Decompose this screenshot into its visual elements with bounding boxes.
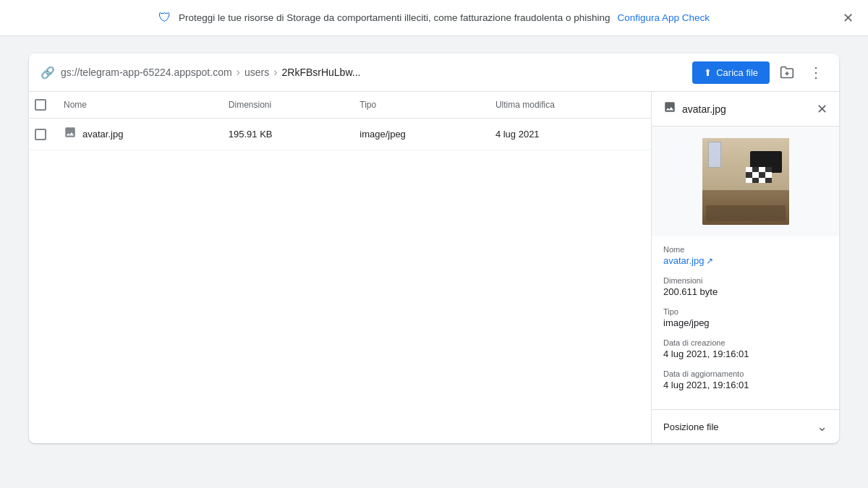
name-header-label: Nome bbox=[64, 100, 87, 110]
detail-created-label: Data di creazione bbox=[663, 338, 827, 347]
row-checkbox[interactable] bbox=[35, 129, 46, 140]
notification-banner: 🛡 Proteggi le tue risorse di Storage da … bbox=[0, 0, 868, 36]
chevron-down-icon: ⌄ bbox=[817, 419, 827, 435]
shield-icon: 🛡 bbox=[158, 10, 171, 25]
detail-panel: avatar.jpg ✕ bbox=[651, 92, 839, 443]
image-file-icon bbox=[64, 126, 77, 142]
detail-type-label: Tipo bbox=[663, 307, 827, 316]
chess-board bbox=[746, 167, 772, 183]
room-window bbox=[708, 142, 721, 168]
row-modified-cell: 4 lug 2021 bbox=[487, 119, 651, 150]
size-header-label: Dimensioni bbox=[229, 100, 271, 110]
add-folder-button[interactable] bbox=[775, 61, 799, 84]
file-row-name[interactable]: avatar.jpg bbox=[64, 126, 211, 142]
table-row[interactable]: avatar.jpg 195.91 KB image/jpeg 4 lug 20… bbox=[29, 119, 651, 150]
toolbar-actions: ⬆ Carica file ⋮ bbox=[692, 61, 827, 84]
detail-header: avatar.jpg ✕ bbox=[652, 92, 839, 127]
detail-created-value: 4 lug 2021, 19:16:01 bbox=[663, 348, 827, 359]
detail-size-label: Dimensioni bbox=[663, 276, 827, 285]
external-link-icon: ↗ bbox=[706, 256, 713, 266]
detail-file-icon bbox=[663, 100, 676, 117]
col-name-header: Nome bbox=[55, 92, 220, 119]
modified-header-label: Ultima modifica bbox=[495, 100, 555, 110]
file-position-section[interactable]: Posizione file ⌄ bbox=[652, 409, 839, 443]
detail-name-field: Nome avatar.jpg ↗ bbox=[663, 245, 827, 266]
col-type-header: Tipo bbox=[351, 92, 487, 119]
file-table: Nome Dimensioni Tipo Ultima modifica bbox=[29, 92, 651, 150]
detail-updated-label: Data di aggiornamento bbox=[663, 369, 827, 378]
detail-updated-field: Data di aggiornamento 4 lug 2021, 19:16:… bbox=[663, 369, 827, 390]
breadcrumb-sep-1: › bbox=[237, 66, 240, 79]
content-area: Nome Dimensioni Tipo Ultima modifica bbox=[29, 92, 839, 443]
file-position-label: Posizione file bbox=[663, 421, 719, 432]
room-tv bbox=[750, 151, 782, 173]
detail-size-value: 200.611 byte bbox=[663, 286, 827, 297]
detail-preview bbox=[652, 127, 839, 236]
type-header-label: Tipo bbox=[359, 100, 376, 110]
breadcrumb-subfolder: 2RkFBsrHuLbw... bbox=[281, 67, 360, 78]
detail-name-label: Nome bbox=[663, 245, 827, 254]
select-all-checkbox[interactable] bbox=[35, 99, 46, 111]
room-furniture bbox=[706, 205, 786, 221]
row-checkbox-cell bbox=[29, 119, 55, 150]
detail-header-title: avatar.jpg bbox=[663, 100, 726, 117]
row-size-cell: 195.91 KB bbox=[220, 119, 351, 150]
detail-name-link[interactable]: avatar.jpg ↗ bbox=[663, 255, 827, 266]
detail-body: Nome avatar.jpg ↗ Dimensioni 200.611 byt… bbox=[652, 236, 839, 409]
detail-created-field: Data di creazione 4 lug 2021, 19:16:01 bbox=[663, 338, 827, 359]
detail-close-button[interactable]: ✕ bbox=[817, 103, 827, 116]
banner-text: Proteggi le tue risorse di Storage da co… bbox=[179, 12, 610, 23]
toolbar: 🔗 gs://telegram-app-65224.appspot.com › … bbox=[29, 53, 839, 92]
detail-type-value: image/jpeg bbox=[663, 317, 827, 328]
upload-icon: ⬆ bbox=[704, 67, 712, 78]
main-content: 🔗 gs://telegram-app-65224.appspot.com › … bbox=[0, 36, 868, 461]
detail-type-field: Tipo image/jpeg bbox=[663, 307, 827, 328]
breadcrumb-host[interactable]: gs://telegram-app-65224.appspot.com bbox=[61, 67, 232, 78]
upload-button-label: Carica file bbox=[716, 67, 758, 78]
col-checkbox bbox=[29, 92, 55, 119]
breadcrumb-folder[interactable]: users bbox=[244, 67, 269, 78]
col-size-header: Dimensioni bbox=[220, 92, 351, 119]
upload-button[interactable]: ⬆ Carica file bbox=[692, 61, 770, 84]
storage-panel: 🔗 gs://telegram-app-65224.appspot.com › … bbox=[29, 53, 839, 443]
breadcrumb-sep-2: › bbox=[273, 66, 277, 79]
file-list: Nome Dimensioni Tipo Ultima modifica bbox=[29, 92, 651, 443]
more-icon: ⋮ bbox=[809, 65, 823, 80]
file-name: avatar.jpg bbox=[82, 129, 123, 140]
row-name-cell: avatar.jpg bbox=[55, 119, 220, 150]
col-modified-header: Ultima modifica bbox=[487, 92, 651, 119]
detail-name-value: avatar.jpg ↗ bbox=[663, 255, 827, 266]
detail-updated-value: 4 lug 2021, 19:16:01 bbox=[663, 380, 827, 390]
row-type-cell: image/jpeg bbox=[351, 119, 487, 150]
more-options-button[interactable]: ⋮ bbox=[804, 61, 827, 84]
detail-size-field: Dimensioni 200.611 byte bbox=[663, 276, 827, 297]
preview-image bbox=[702, 138, 789, 225]
link-icon: 🔗 bbox=[41, 66, 55, 80]
configure-app-check-link[interactable]: Configura App Check bbox=[618, 12, 710, 23]
detail-filename: avatar.jpg bbox=[682, 103, 726, 115]
banner-close-icon[interactable]: ✕ bbox=[843, 12, 854, 25]
breadcrumb: 🔗 gs://telegram-app-65224.appspot.com › … bbox=[41, 66, 686, 80]
